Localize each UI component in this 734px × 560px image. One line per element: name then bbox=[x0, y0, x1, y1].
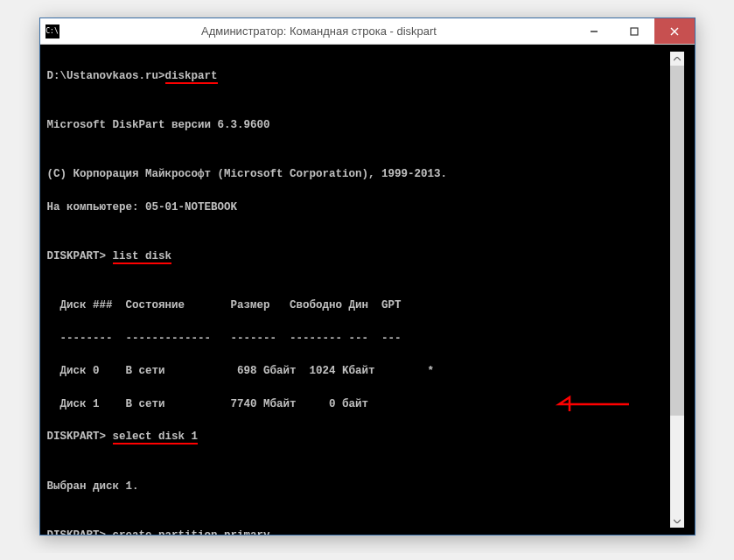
close-icon bbox=[670, 27, 679, 36]
minimize-icon bbox=[590, 27, 598, 36]
scrollbar[interactable] bbox=[670, 52, 684, 528]
computer-line: На компьютере: 05-01-NOTEBOOK bbox=[47, 200, 670, 216]
scroll-thumb[interactable] bbox=[670, 66, 684, 416]
maximize-icon bbox=[630, 27, 639, 36]
diskpart-prompt: DISKPART> bbox=[47, 430, 113, 443]
titlebar: C:\ Администратор: Командная строка - di… bbox=[40, 18, 695, 45]
cmd-diskpart: diskpart bbox=[165, 72, 218, 84]
prompt-path: D:\Ustanovkaos.ru> bbox=[47, 70, 165, 82]
chevron-up-icon bbox=[674, 57, 681, 61]
copyright-line: (C) Корпорация Майкрософт (Microsoft Cor… bbox=[47, 166, 670, 183]
diskpart-prompt: DISKPART> bbox=[47, 250, 113, 262]
window-controls bbox=[574, 18, 695, 44]
msg-disk-selected: Выбран диск 1. bbox=[47, 479, 670, 495]
svg-rect-1 bbox=[631, 28, 638, 35]
cmd-list-disk: list disk bbox=[113, 252, 172, 264]
disk0-row: Диск 0 В сети 698 Gбайт 1024 Kбайт * bbox=[47, 363, 670, 380]
diskpart-prompt: DISKPART> bbox=[47, 529, 113, 535]
chevron-down-icon bbox=[674, 519, 681, 523]
close-button[interactable] bbox=[654, 18, 695, 44]
maximize-button[interactable] bbox=[614, 18, 654, 44]
scroll-up-button[interactable] bbox=[670, 52, 684, 66]
cmd-select-disk: select disk 1 bbox=[113, 432, 199, 444]
cmd-window: C:\ Администратор: Командная строка - di… bbox=[39, 18, 696, 536]
minimize-button[interactable] bbox=[574, 18, 614, 44]
cmd-create-partition: create partition primary bbox=[113, 531, 270, 535]
disk1-row: Диск 1 В сети 7740 Mбайт 0 байт bbox=[47, 396, 670, 413]
scroll-down-button[interactable] bbox=[670, 514, 684, 528]
window-title: Администратор: Командная строка - diskpa… bbox=[65, 24, 574, 38]
terminal-content: D:\Ustanovkaos.ru>diskpart Microsoft Dis… bbox=[47, 52, 670, 528]
cmd-icon: C:\ bbox=[45, 24, 59, 38]
version-line: Microsoft DiskPart версии 6.3.9600 bbox=[47, 117, 670, 134]
table-divider: -------- ------------- ------- -------- … bbox=[47, 331, 670, 347]
arrow-annotation-icon bbox=[552, 395, 631, 414]
cmd-icon-label: C:\ bbox=[45, 27, 58, 35]
terminal-area[interactable]: D:\Ustanovkaos.ru>diskpart Microsoft Dis… bbox=[40, 45, 695, 535]
table-header: Диск ### Состояние Размер Свободно Дин G… bbox=[47, 298, 670, 314]
